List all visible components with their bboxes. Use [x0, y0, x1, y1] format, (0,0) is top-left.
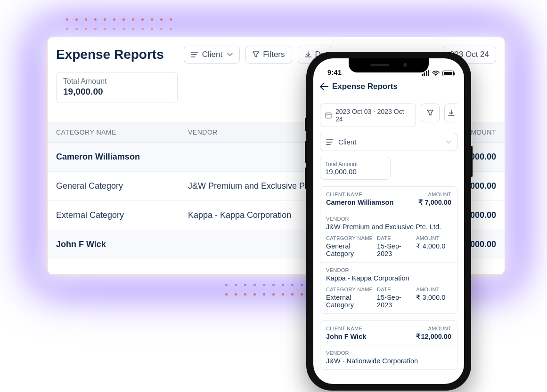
- phone-date-range[interactable]: 2023 Oct 03 - 2023 Oct 24: [320, 104, 416, 127]
- lbl-amount: AMOUNT: [428, 192, 451, 197]
- phone-notch: [349, 58, 429, 72]
- phone-side-button: [305, 168, 307, 189]
- filter-icon: [253, 51, 259, 58]
- group-by-button[interactable]: Client: [184, 46, 240, 64]
- total-amount-value: 19,000.00: [63, 87, 171, 97]
- lbl-date: DATE: [377, 235, 416, 241]
- chevron-down-icon: [227, 53, 233, 56]
- filters-button[interactable]: Filters: [245, 46, 292, 64]
- phone-expense-item[interactable]: VENDOR J&W - Nationwide Corporation: [320, 345, 457, 369]
- decorative-dots: [62, 14, 175, 23]
- calendar-icon: [325, 112, 332, 119]
- status-time: 9:41: [327, 68, 342, 76]
- lbl-amount: AMOUNT: [416, 287, 451, 292]
- back-button[interactable]: [320, 83, 328, 90]
- chevron-down-icon: [446, 140, 451, 144]
- phone-total-box: Total Amount 19,000.00: [320, 157, 391, 180]
- page-title: Expense Reports: [56, 47, 164, 62]
- phone-screen: 9:41 Expense Reports: [313, 58, 464, 384]
- phone-group-by[interactable]: Client: [320, 133, 457, 151]
- phone-total-label: Total Amount: [325, 161, 385, 168]
- total-amount-box: Total Amount 19,000.00: [56, 72, 178, 103]
- lbl-vendor: VENDOR: [326, 216, 451, 222]
- list-icon: [326, 139, 334, 145]
- phone-filter-button[interactable]: [421, 104, 440, 122]
- speaker-icon: [370, 64, 389, 66]
- svg-point-3: [435, 75, 436, 76]
- val-category: General Category: [326, 242, 377, 257]
- filter-icon: [427, 110, 433, 116]
- phone-side-button: [305, 118, 307, 131]
- lbl-date: DATE: [377, 287, 416, 292]
- cell-category: General Category: [56, 181, 188, 191]
- lbl-category: CATEGORY NAME: [326, 235, 377, 241]
- lbl-client-name: CLIENT NAME: [326, 192, 362, 197]
- phone-client-card: CLIENT NAME AMOUNT Cameron Williamson ₹ …: [320, 186, 457, 314]
- group-by-label: Client: [202, 50, 222, 59]
- group-name: John F Wick: [56, 240, 188, 249]
- lbl-amount: AMOUNT: [428, 326, 451, 331]
- cell-category: External Category: [56, 210, 188, 220]
- val-vendor: J&W - Nationwide Corporation: [326, 357, 451, 365]
- phone-side-button: [305, 141, 307, 163]
- val-amount: ₹ 4,000.0: [416, 242, 451, 257]
- phone-expense-item[interactable]: VENDOR Kappa - Kappa Corporation CATEGOR…: [320, 262, 457, 313]
- val-client-name: Cameron Williamson: [326, 199, 393, 206]
- val-category: External Category: [326, 294, 377, 309]
- phone-header: Expense Reports: [320, 80, 457, 96]
- camera-icon: [403, 63, 407, 67]
- th-category: CATEGORY NAME: [56, 128, 188, 136]
- total-amount-label: Total Amount: [63, 77, 171, 86]
- lbl-amount: AMOUNT: [416, 235, 451, 241]
- phone-content: Expense Reports 2023 Oct 03 - 2023 Oct 2…: [313, 77, 464, 370]
- decorative-dots: [62, 24, 175, 32]
- phone-date-range-value: 2023 Oct 03 - 2023 Oct 24: [335, 108, 411, 123]
- svg-rect-4: [326, 113, 331, 118]
- val-amount: ₹12,000.00: [416, 333, 451, 340]
- phone-client-card: CLIENT NAME AMOUNT John F Wick ₹12,000.0…: [320, 320, 457, 370]
- list-icon: [191, 51, 198, 58]
- phone-total-value: 19,000.00: [325, 168, 385, 176]
- filters-label: Filters: [263, 50, 285, 59]
- val-vendor: Kappa - Kappa Corporation: [326, 274, 451, 282]
- phone-expense-item[interactable]: VENDOR J&W Premium and Exclusive Pte. Lt…: [320, 211, 457, 262]
- status-icons: [422, 70, 454, 76]
- val-date: 15-Sep-2023: [377, 294, 416, 309]
- val-vendor: J&W Premium and Exclusive Pte. Ltd.: [326, 223, 451, 231]
- battery-icon: [442, 71, 454, 76]
- phone-client-header[interactable]: CLIENT NAME AMOUNT Cameron Williamson ₹ …: [320, 187, 457, 211]
- download-icon: [448, 110, 455, 116]
- phone-client-header[interactable]: CLIENT NAME AMOUNT John F Wick ₹12,000.0…: [320, 321, 457, 345]
- val-client-name: John F Wick: [326, 333, 366, 340]
- group-name: Cameron Williamson: [56, 152, 188, 162]
- lbl-client-name: CLIENT NAME: [326, 326, 362, 331]
- val-amount: ₹ 7,000.00: [418, 199, 451, 206]
- val-date: 15-Sep-2023: [377, 242, 416, 257]
- phone-group-by-label: Client: [338, 138, 356, 146]
- lbl-category: CATEGORY NAME: [326, 287, 377, 292]
- phone-side-button: [471, 146, 473, 177]
- phone-download-button[interactable]: [444, 104, 457, 122]
- lbl-vendor: VENDOR: [326, 350, 451, 356]
- val-amount: ₹ 3,000.0: [416, 294, 451, 309]
- lbl-vendor: VENDOR: [326, 267, 451, 273]
- phone-title: Expense Reports: [332, 82, 398, 91]
- phone-mockup: 9:41 Expense Reports: [306, 52, 471, 391]
- wifi-icon: [432, 71, 440, 76]
